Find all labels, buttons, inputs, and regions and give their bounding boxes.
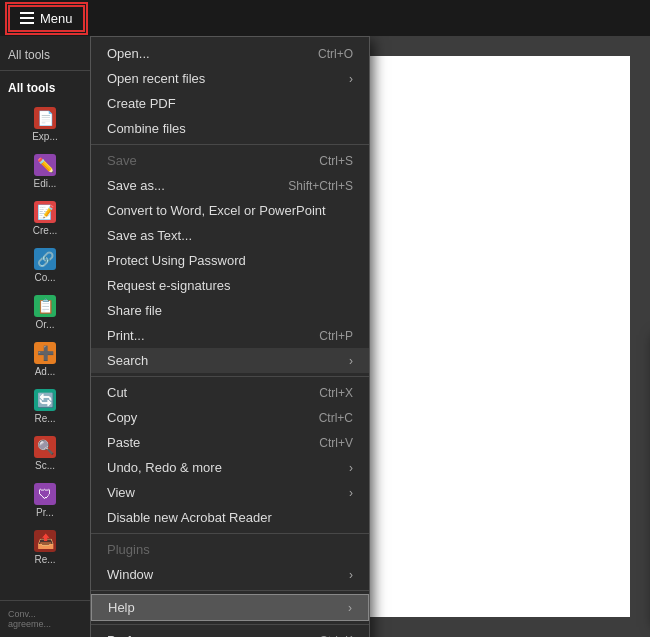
combine-icon: 🔗	[34, 248, 56, 270]
shortcut-copy: Ctrl+C	[319, 411, 353, 425]
hamburger-icon	[20, 12, 34, 24]
main-layout: All tools All tools 📄 Exp... ✏️ Edi... 📝…	[0, 36, 650, 637]
sidebar-item-label: Co...	[34, 272, 55, 283]
menu-item-save-as[interactable]: Save as... Shift+Ctrl+S	[91, 173, 369, 198]
menu-item-preferences[interactable]: Preferences... Ctrl+K	[91, 628, 369, 637]
edit-icon: ✏️	[34, 154, 56, 176]
menu-item-label: Create PDF	[107, 96, 176, 111]
arrow-icon: ›	[349, 354, 353, 368]
arrow-icon: ›	[349, 486, 353, 500]
sidebar-item-request[interactable]: 📤 Re...	[0, 524, 90, 571]
menu-item-save-text[interactable]: Save as Text...	[91, 223, 369, 248]
menu-item-cut[interactable]: Cut Ctrl+X	[91, 380, 369, 405]
arrow-icon: ›	[349, 461, 353, 475]
sidebar-section-title: All tools	[0, 79, 90, 101]
sidebar-item-label: Exp...	[32, 131, 58, 142]
arrow-icon: ›	[349, 72, 353, 86]
menu-item-open-recent[interactable]: Open recent files ›	[91, 66, 369, 91]
create-icon: 📝	[34, 201, 56, 223]
shortcut-open: Ctrl+O	[318, 47, 353, 61]
menu-item-label: Search	[107, 353, 148, 368]
sidebar-item-edit[interactable]: ✏️ Edi...	[0, 148, 90, 195]
sidebar-item-label: Ad...	[35, 366, 56, 377]
menu-item-label: Help	[108, 600, 135, 615]
shortcut-save-as: Shift+Ctrl+S	[288, 179, 353, 193]
menu-item-convert[interactable]: Convert to Word, Excel or PowerPoint	[91, 198, 369, 223]
sidebar-all-tools-label: All tools	[0, 44, 90, 71]
add-icon: ➕	[34, 342, 56, 364]
sidebar-item-export[interactable]: 📄 Exp...	[0, 101, 90, 148]
shortcut-paste: Ctrl+V	[319, 436, 353, 450]
menu-item-label: Plugins	[107, 542, 150, 557]
menu-item-label: Save as...	[107, 178, 165, 193]
sidebar-item-label: Pr...	[36, 507, 54, 518]
menu-item-label: Open...	[107, 46, 150, 61]
protect-icon: 🛡	[34, 483, 56, 505]
scan-icon: 🔍	[34, 436, 56, 458]
menu-item-help[interactable]: Help ›	[91, 594, 369, 621]
menu-item-label: View	[107, 485, 135, 500]
main-menu: Open... Ctrl+O Open recent files › Creat…	[90, 36, 370, 637]
menu-item-create-pdf[interactable]: Create PDF	[91, 91, 369, 116]
export-icon: 📄	[34, 107, 56, 129]
menu-item-share[interactable]: Share file	[91, 298, 369, 323]
arrow-icon: ›	[349, 568, 353, 582]
sidebar-item-protect[interactable]: 🛡 Pr...	[0, 477, 90, 524]
menu-item-label: Paste	[107, 435, 140, 450]
sidebar-item-label: Or...	[36, 319, 55, 330]
sidebar-item-organize[interactable]: 📋 Or...	[0, 289, 90, 336]
menu-item-label: Window	[107, 567, 153, 582]
menu-item-open[interactable]: Open... Ctrl+O	[91, 41, 369, 66]
menu-item-label: Open recent files	[107, 71, 205, 86]
menu-item-label: Undo, Redo & more	[107, 460, 222, 475]
menu-item-label: Protect Using Password	[107, 253, 246, 268]
shortcut-prefs: Ctrl+K	[319, 634, 353, 638]
menu-item-label: Copy	[107, 410, 137, 425]
menu-item-combine[interactable]: Combine files	[91, 116, 369, 141]
menu-item-undo-redo[interactable]: Undo, Redo & more ›	[91, 455, 369, 480]
top-bar: Menu	[0, 0, 650, 36]
separator	[91, 376, 369, 377]
menu-item-protect-password[interactable]: Protect Using Password	[91, 248, 369, 273]
shortcut-cut: Ctrl+X	[319, 386, 353, 400]
sidebar-item-label: Sc...	[35, 460, 55, 471]
sidebar: All tools All tools 📄 Exp... ✏️ Edi... 📝…	[0, 36, 90, 637]
shortcut-print: Ctrl+P	[319, 329, 353, 343]
menu-item-window[interactable]: Window ›	[91, 562, 369, 587]
menu-item-request-esign[interactable]: Request e-signatures	[91, 273, 369, 298]
menu-item-label: Save	[107, 153, 137, 168]
menu-item-paste[interactable]: Paste Ctrl+V	[91, 430, 369, 455]
sidebar-item-create[interactable]: 📝 Cre...	[0, 195, 90, 242]
separator	[91, 624, 369, 625]
sidebar-item-label: Re...	[34, 413, 55, 424]
menu-item-save[interactable]: Save Ctrl+S	[91, 148, 369, 173]
menu-label: Menu	[40, 11, 73, 26]
sidebar-item-scan[interactable]: 🔍 Sc...	[0, 430, 90, 477]
menu-item-label: Preferences...	[107, 633, 188, 637]
sidebar-item-add[interactable]: ➕ Ad...	[0, 336, 90, 383]
menu-item-copy[interactable]: Copy Ctrl+C	[91, 405, 369, 430]
separator	[91, 590, 369, 591]
menu-item-plugins: Plugins	[91, 537, 369, 562]
menu-item-label: Request e-signatures	[107, 278, 231, 293]
redact-icon: 🔄	[34, 389, 56, 411]
shortcut-save: Ctrl+S	[319, 154, 353, 168]
menu-item-label: Share file	[107, 303, 162, 318]
organize-icon: 📋	[34, 295, 56, 317]
menu-item-label: Cut	[107, 385, 127, 400]
menu-button[interactable]: Menu	[8, 5, 85, 32]
sidebar-item-redact[interactable]: 🔄 Re...	[0, 383, 90, 430]
menu-item-label: Convert to Word, Excel or PowerPoint	[107, 203, 326, 218]
sidebar-bottom-text: Conv...agreeme...	[0, 600, 90, 637]
separator	[91, 533, 369, 534]
menu-item-label: Disable new Acrobat Reader	[107, 510, 272, 525]
menu-item-search[interactable]: Search ›	[91, 348, 369, 373]
separator	[91, 144, 369, 145]
menu-item-disable-acrobat[interactable]: Disable new Acrobat Reader	[91, 505, 369, 530]
content-area: 1. What is the definition o - It started…	[90, 36, 650, 637]
menu-item-print[interactable]: Print... Ctrl+P	[91, 323, 369, 348]
dropdown-overlay: Open... Ctrl+O Open recent files › Creat…	[90, 36, 650, 637]
request-icon: 📤	[34, 530, 56, 552]
sidebar-item-combine[interactable]: 🔗 Co...	[0, 242, 90, 289]
menu-item-view[interactable]: View ›	[91, 480, 369, 505]
